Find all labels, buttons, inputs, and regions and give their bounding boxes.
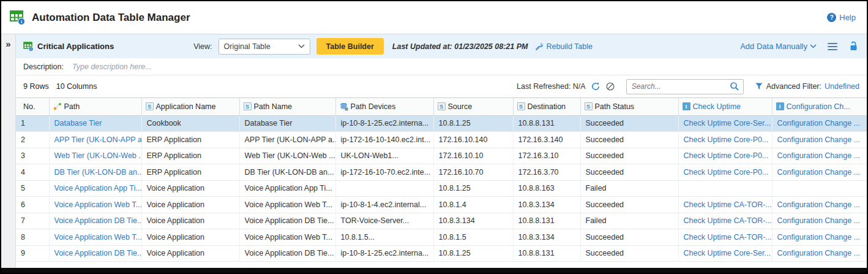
cell-path-status: Failed xyxy=(580,213,678,229)
cell-check-uptime: Check Uptime CA-TOR-... xyxy=(678,197,772,213)
page-header: i Automation Data Table Manager ? Help xyxy=(1,1,867,34)
expand-panel-icon[interactable]: » xyxy=(6,39,10,269)
path-link[interactable]: Voice Application Web T... xyxy=(54,233,142,242)
table-row[interactable]: 8 Voice Application Web T... Voice Appli… xyxy=(16,229,868,246)
cell-source: 172.16.10.140 xyxy=(433,132,513,148)
configuration-change-link[interactable]: Configuration Change ... xyxy=(777,233,861,242)
table-row[interactable]: 3 Web Tier (UK-LON-Web ... ERP Applicati… xyxy=(16,148,868,164)
cell-path-status: Succeeded xyxy=(580,148,678,164)
filter-funnel-icon[interactable] xyxy=(755,82,763,91)
check-uptime-link[interactable]: Check Uptime Core-P0... xyxy=(684,168,769,177)
chevron-down-icon xyxy=(810,44,817,48)
table-row[interactable]: 6 Voice Application Web T... Voice Appli… xyxy=(16,197,868,213)
table-row[interactable]: 9 Voice Application DB Tie... Voice Appl… xyxy=(16,245,868,262)
cell-path-devices: ip-10-8-1-25.ec2.interna... xyxy=(335,115,433,132)
check-uptime-link[interactable]: Check Uptime Core-P0... xyxy=(684,135,769,144)
path-link[interactable]: Voice Application App Ti... xyxy=(54,184,142,192)
path-link[interactable]: DB Tier (UK-LON-DB an... xyxy=(54,168,142,177)
col-header-application-name[interactable]: SApplication Name xyxy=(141,98,239,115)
string-type-icon: S xyxy=(517,102,525,110)
description-row: Description: Type description here... xyxy=(16,58,867,75)
cell-destination: 10.8.8.163 xyxy=(513,180,580,197)
table-small-icon: i xyxy=(23,42,34,51)
check-uptime-link[interactable]: Check Uptime CA-TOR-... xyxy=(684,216,772,225)
cell-path-devices: ip-172-16-10-70.ec2.inte... xyxy=(335,164,433,181)
cell-application-name: Cookbook xyxy=(141,115,239,132)
add-data-manually-menu[interactable]: Add Data Manually xyxy=(740,42,817,51)
unlock-icon[interactable] xyxy=(848,41,858,51)
col-header-destination[interactable]: SDestination xyxy=(513,98,580,115)
help-link[interactable]: ? Help xyxy=(827,13,856,22)
path-link[interactable]: Database Tier xyxy=(54,119,102,127)
path-link[interactable]: Web Tier (UK-LON-Web ... xyxy=(54,151,142,160)
table-row[interactable]: 2 APP Tier (UK-LON-APP a... ERP Applicat… xyxy=(16,132,868,148)
col-header-no[interactable]: No. xyxy=(16,98,49,115)
auto-refresh-off-icon[interactable] xyxy=(605,82,615,91)
col-header-path-name[interactable]: SPath Name xyxy=(239,98,335,115)
table-row[interactable]: 4 DB Tier (UK-LON-DB an... ERP Applicati… xyxy=(16,164,868,181)
cell-path-devices: TOR-Voice-Server... xyxy=(335,213,433,229)
search-input[interactable] xyxy=(632,82,730,91)
cell-destination: 10.8.8.131 xyxy=(513,245,580,262)
cell-configuration-change: Configuration Change ... xyxy=(772,229,868,246)
string-type-icon: S xyxy=(146,102,154,110)
check-uptime-link[interactable]: Check Uptime CA-TOR-... xyxy=(684,200,772,209)
menu-icon[interactable] xyxy=(828,43,837,50)
description-input[interactable]: Type description here... xyxy=(72,63,152,71)
rebuild-table-label: Rebuild Table xyxy=(546,42,593,51)
cell-check-uptime: Check Uptime CA-TOR-... xyxy=(678,213,772,229)
cell-path-name: APP Tier (UK-LON-APP a... xyxy=(239,132,335,148)
cell-configuration-change: Configuration Change ... xyxy=(772,213,868,229)
view-select[interactable]: Original Table xyxy=(219,39,310,55)
string-type-icon: S xyxy=(585,102,593,110)
configuration-change-link[interactable]: Configuration Change ... xyxy=(777,151,861,160)
cell-destination: 10.8.8.131 xyxy=(513,115,580,132)
path-link[interactable]: Voice Application DB Tie... xyxy=(54,249,142,257)
col-header-path-devices[interactable]: Path Devices xyxy=(335,98,433,115)
cell-source: 10.8.1.4 xyxy=(433,197,513,213)
configuration-change-link[interactable]: Configuration Change ... xyxy=(777,135,861,144)
col-header-check-uptime[interactable]: ICheck Uptime xyxy=(678,98,772,115)
cell-path-name: Database Tier xyxy=(239,115,335,132)
cell-path-name: Voice Application Web T... xyxy=(239,197,335,213)
cell-source: 10.8.1.25 xyxy=(433,245,513,262)
col-header-source[interactable]: SSource xyxy=(433,98,513,115)
check-uptime-link[interactable]: Check Uptime Core-Ser... xyxy=(684,249,771,257)
check-uptime-link[interactable]: Check Uptime Core-P0... xyxy=(684,151,769,160)
col-header-configuration-change[interactable]: IConfiguration Ch... xyxy=(772,98,868,115)
cell-source: 172.16.10.10 xyxy=(433,148,513,164)
cell-source: 10.8.1.5 xyxy=(433,229,513,246)
configuration-change-link[interactable]: Configuration Change ... xyxy=(777,168,861,177)
cell-configuration-change: Configuration Change ... xyxy=(772,148,868,164)
search-icon[interactable] xyxy=(730,82,739,91)
table-builder-button[interactable]: Table Builder xyxy=(316,38,384,55)
cell-path-name: DB Tier (UK-LON-DB an... xyxy=(239,164,335,181)
cell-path-status: Succeeded xyxy=(580,132,678,148)
table-title: i Critical Applications xyxy=(23,42,114,51)
check-uptime-link[interactable]: Check Uptime Core-Ser... xyxy=(684,119,771,127)
table-row[interactable]: 1 Database Tier Cookbook Database Tier i… xyxy=(16,115,868,132)
cell-no: 8 xyxy=(16,229,49,246)
col-header-path-status[interactable]: SPath Status xyxy=(580,98,678,115)
advanced-filter-value[interactable]: Undefined xyxy=(825,82,859,91)
refresh-icon[interactable] xyxy=(591,82,600,91)
data-table: No. Path SApplicatio xyxy=(16,97,867,262)
path-link[interactable]: APP Tier (UK-LON-APP a... xyxy=(54,135,142,144)
check-uptime-link[interactable]: Check Uptime CA-TOR-... xyxy=(684,233,772,242)
rebuild-table-link[interactable]: Rebuild Table xyxy=(534,42,593,51)
configuration-change-link[interactable]: Configuration Change ... xyxy=(777,200,861,209)
configuration-change-link[interactable]: Configuration Change ... xyxy=(777,249,861,257)
cell-path-status: Failed xyxy=(580,180,678,197)
path-link[interactable]: Voice Application DB Tie... xyxy=(54,216,142,225)
col-header-path[interactable]: Path xyxy=(49,98,141,115)
last-refreshed-text: Last Refreshed: N/A xyxy=(517,82,586,91)
cell-check-uptime: Check Uptime Core-Ser... xyxy=(678,245,772,262)
table-row[interactable]: 7 Voice Application DB Tie... Voice Appl… xyxy=(16,213,868,229)
cell-destination: 172.16.3.70 xyxy=(513,164,580,181)
cell-path-devices: 10.8.1.5... xyxy=(335,229,433,246)
configuration-change-link[interactable]: Configuration Change ... xyxy=(777,119,861,127)
table-row[interactable]: 5 Voice Application App Ti... Voice Appl… xyxy=(16,180,868,197)
configuration-change-link[interactable]: Configuration Change ... xyxy=(777,216,861,225)
cell-path: Voice Application Web T... xyxy=(49,197,141,213)
path-link[interactable]: Voice Application Web T... xyxy=(54,200,142,209)
